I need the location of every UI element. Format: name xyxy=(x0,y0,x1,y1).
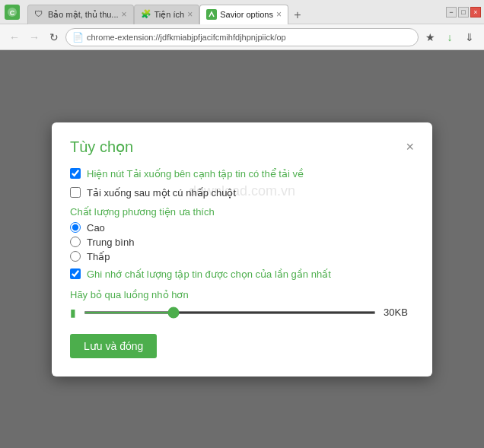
quality-radio-group: Cao Trung bình Thấp xyxy=(70,222,414,262)
tab-savior-icon xyxy=(206,9,217,20)
tab-baomathu-close[interactable]: × xyxy=(122,9,127,20)
quality-high-row: Cao xyxy=(70,222,414,234)
remember-quality-label: Ghi nhớ chất lượng tập tin được chọn của… xyxy=(87,268,331,280)
browser-window: C 🛡 Bảo mật, thủ thu... × 🧩 Tiện ích × xyxy=(0,0,484,448)
one-click-download-checkbox[interactable] xyxy=(70,187,81,198)
tab-baomathu-label: Bảo mật, thủ thu... xyxy=(48,10,119,20)
show-download-btn-row: Hiện nút Tải xuống bên cạnh tập tin có t… xyxy=(70,168,414,180)
title-bar: C 🛡 Bảo mật, thủ thu... × 🧩 Tiện ích × xyxy=(0,0,484,24)
page-content: download.com.vn Tùy chọn × Hiện nút Tải … xyxy=(0,50,484,448)
download-arrow-icon[interactable]: ↓ xyxy=(441,29,458,46)
skip-size-value: 30KB xyxy=(384,307,414,318)
show-download-btn-label: Hiện nút Tải xuống bên cạnh tập tin có t… xyxy=(87,168,304,180)
skip-section-label: Hãy bỏ qua luồng nhỏ hơn xyxy=(70,289,414,300)
url-text: chrome-extension://jdfkmiabjpfjacifcmihf… xyxy=(87,33,412,42)
tab-puzzle-icon: 🧩 xyxy=(141,9,151,20)
quality-section-label: Chất lượng phương tiện ưa thích xyxy=(70,206,414,218)
url-lock-icon: 📄 xyxy=(72,32,84,43)
remember-quality-row: Ghi nhớ chất lượng tập tin được chọn của… xyxy=(70,268,414,280)
skip-label-prefix: Hãy bỏ qua luồng xyxy=(70,289,148,300)
refresh-button[interactable]: ↻ xyxy=(46,29,62,46)
back-button[interactable]: ← xyxy=(6,29,23,46)
forward-button[interactable]: → xyxy=(26,29,43,46)
skip-size-slider[interactable] xyxy=(84,311,376,314)
window-controls: − □ × xyxy=(446,7,484,17)
tab-tienich-close[interactable]: × xyxy=(187,9,193,20)
tab-tienich-label: Tiện ích xyxy=(154,10,185,20)
skip-label-accent: nhỏ hơn xyxy=(151,289,189,300)
minimize-button[interactable]: − xyxy=(446,7,457,17)
tab-savior-options[interactable]: Savior options × xyxy=(199,5,288,24)
skip-slider-row: ▮ 30KB xyxy=(70,307,414,319)
quality-medium-label: Trung bình xyxy=(87,237,134,248)
tab-bar: 🛡 Bảo mật, thủ thu... × 🧩 Tiện ích × Sav… xyxy=(24,0,446,24)
dialog-title: Tùy chọn xyxy=(70,138,133,156)
address-bar: ← → ↻ 📄 chrome-extension://jdfkmiabjpfja… xyxy=(0,24,484,50)
tab-savior-close[interactable]: × xyxy=(276,9,282,20)
show-download-btn-checkbox[interactable] xyxy=(70,168,81,179)
dialog-body: Hiện nút Tải xuống bên cạnh tập tin có t… xyxy=(70,168,414,358)
quality-medium-row: Trung bình xyxy=(70,237,414,248)
quality-low-row: Thấp xyxy=(70,251,414,262)
slider-left-icon: ▮ xyxy=(70,307,76,319)
quality-medium-radio[interactable] xyxy=(70,237,81,247)
tab-tienich[interactable]: 🧩 Tiện ích × xyxy=(134,5,200,24)
dialog-header: Tùy chọn × xyxy=(70,138,414,156)
tab-baomathu[interactable]: 🛡 Bảo mật, thủ thu... × xyxy=(27,5,134,24)
bookmark-star-icon[interactable]: ★ xyxy=(422,29,438,46)
new-tab-button[interactable]: + xyxy=(288,6,307,24)
quality-low-radio[interactable] xyxy=(70,251,81,262)
quality-high-label: Cao xyxy=(87,222,105,234)
one-click-download-label: Tải xuống sau một cú nhấp chuột xyxy=(87,187,236,199)
tab-savior-label: Savior options xyxy=(220,10,273,19)
tab-shield-icon: 🛡 xyxy=(34,9,45,20)
options-dialog: download.com.vn Tùy chọn × Hiện nút Tải … xyxy=(52,122,432,377)
browser-logo: C xyxy=(5,5,20,20)
one-click-download-row: Tải xuống sau một cú nhấp chuột xyxy=(70,187,414,199)
quality-low-label: Thấp xyxy=(87,251,110,262)
maximize-button[interactable]: □ xyxy=(458,7,469,17)
dialog-close-button[interactable]: × xyxy=(406,140,414,154)
url-box[interactable]: 📄 chrome-extension://jdfkmiabjpfjacifcmi… xyxy=(65,28,419,46)
close-window-button[interactable]: × xyxy=(470,7,481,17)
save-close-button[interactable]: Lưu và đóng xyxy=(70,334,157,358)
download-file-icon[interactable]: ⇓ xyxy=(461,29,478,46)
remember-quality-checkbox[interactable] xyxy=(70,268,81,279)
quality-high-radio[interactable] xyxy=(70,222,81,233)
svg-text:C: C xyxy=(10,9,15,17)
